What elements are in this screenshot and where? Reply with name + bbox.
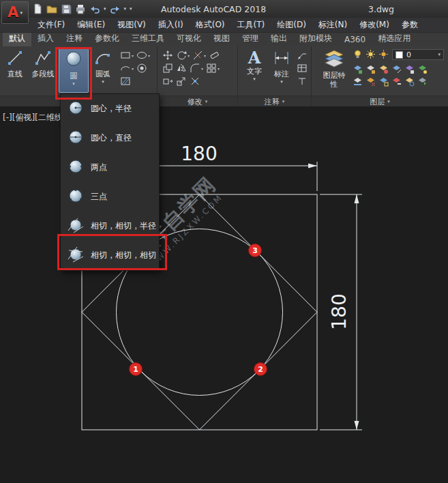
tab-a360[interactable]: A360 bbox=[338, 33, 372, 46]
menu-item-center-radius[interactable]: 圆心，半径 bbox=[61, 94, 159, 123]
annotate-panel-footer[interactable]: 注释 ▾ bbox=[238, 96, 311, 107]
chevron-down-icon[interactable]: ▾ bbox=[253, 77, 256, 82]
trim-tool-icon[interactable]: ▾ bbox=[192, 50, 206, 61]
layer-tool-icon[interactable] bbox=[378, 76, 389, 87]
table-tool-icon[interactable] bbox=[297, 63, 308, 74]
menu-item-two-point[interactable]: 两点 bbox=[61, 153, 159, 182]
stretch-tool-icon[interactable] bbox=[162, 76, 173, 87]
elliptical-arc-tool-icon[interactable]: ▾ bbox=[120, 63, 134, 74]
layer-tool-icon[interactable] bbox=[378, 64, 389, 74]
new-file-icon[interactable] bbox=[31, 3, 44, 15]
mtext-tool-icon[interactable] bbox=[297, 76, 308, 87]
tab-annotate[interactable]: 注释 bbox=[60, 33, 89, 46]
tab-default[interactable]: 默认 bbox=[3, 33, 31, 46]
layer-select-combo[interactable]: 0 ▾ bbox=[392, 49, 444, 60]
layer-tool-icon[interactable] bbox=[365, 64, 376, 74]
arc-tool-button[interactable]: 圆弧 ▾ bbox=[91, 48, 115, 86]
menu-item-tools[interactable]: 工具(T) bbox=[231, 18, 271, 32]
layers-panel-footer[interactable]: 图层 ▾ bbox=[312, 96, 448, 107]
badge-2: 2 bbox=[258, 365, 263, 374]
menu-item-file[interactable]: 文件(F) bbox=[31, 18, 71, 32]
erase-tool-icon[interactable] bbox=[209, 50, 220, 61]
layer-tool-icon[interactable] bbox=[417, 64, 428, 74]
dimension-tool-button[interactable]: 标注 ▾ bbox=[269, 48, 294, 86]
tab-featured-apps[interactable]: 精选应用 bbox=[372, 33, 417, 46]
menu-item-center-diameter[interactable]: 圆心，直径 bbox=[61, 123, 159, 153]
polyline-tool-icon bbox=[34, 49, 52, 70]
menu-item-tan-tan-radius[interactable]: 相切，相切，半径 bbox=[61, 211, 159, 241]
circle-tool-icon bbox=[64, 50, 83, 72]
quick-access-toolbar: ▾ ▾ ▾ bbox=[31, 3, 133, 15]
save-icon[interactable] bbox=[60, 3, 72, 15]
undo-icon[interactable] bbox=[89, 3, 101, 15]
mirror-tool-icon[interactable] bbox=[176, 63, 187, 74]
rectangle-tool-icon[interactable]: ▾ bbox=[120, 50, 134, 61]
layer-tool-icon[interactable] bbox=[404, 64, 415, 74]
circle-tool-button[interactable]: 圆 ▾ bbox=[59, 48, 89, 93]
circle-center-radius-icon bbox=[68, 100, 84, 119]
tab-view[interactable]: 视图 bbox=[207, 33, 236, 46]
modify-panel-footer[interactable]: 修改 ▾ bbox=[158, 96, 237, 107]
badge-3: 3 bbox=[252, 246, 258, 255]
text-tool-button[interactable]: A 文字 ▾ bbox=[242, 48, 267, 83]
dim-arrowhead bbox=[308, 164, 317, 169]
array-tool-icon[interactable]: ▾ bbox=[206, 63, 220, 74]
chevron-down-icon[interactable]: ▾ bbox=[72, 82, 75, 87]
fillet-tool-icon[interactable]: ▾ bbox=[190, 63, 203, 74]
draw-extra-tools: ▾ ▾ ▾ bbox=[120, 50, 150, 87]
tab-parametric[interactable]: 参数化 bbox=[89, 33, 125, 46]
tab-manage[interactable]: 管理 bbox=[236, 33, 265, 46]
chevron-down-icon: ▾ bbox=[387, 99, 390, 104]
menu-item-edit[interactable]: 编辑(E) bbox=[71, 18, 111, 32]
undo-dropdown-icon[interactable]: ▾ bbox=[104, 6, 106, 12]
layer-tool-icon[interactable] bbox=[353, 64, 363, 74]
menu-item-modify[interactable]: 修改(M) bbox=[353, 18, 395, 32]
menu-item-insert[interactable]: 插入(I) bbox=[152, 18, 190, 32]
menu-item-parametric[interactable]: 参数 bbox=[395, 18, 424, 32]
modify-panel: ▾ ▾ bbox=[158, 46, 238, 106]
leader-tool-icon[interactable] bbox=[297, 50, 308, 61]
layer-off-bulb-icon[interactable] bbox=[353, 49, 363, 59]
donut-tool-icon[interactable] bbox=[136, 63, 147, 74]
menu-item-dimension[interactable]: 标注(N) bbox=[312, 18, 353, 32]
layer-tool-icon[interactable] bbox=[353, 76, 363, 87]
layer-isolate-sun-icon[interactable] bbox=[365, 49, 376, 59]
application-menu-button[interactable]: A ▾ bbox=[1, 1, 29, 24]
badge-1: 1 bbox=[133, 365, 138, 374]
ellipse-tool-icon[interactable]: ▾ bbox=[136, 50, 150, 61]
tab-visualize[interactable]: 可视化 bbox=[170, 33, 207, 46]
qat-customize-icon[interactable]: ▾ bbox=[130, 6, 132, 12]
chevron-down-icon[interactable]: ▾ bbox=[102, 80, 104, 85]
line-tool-button[interactable]: 直线 bbox=[3, 48, 27, 80]
polyline-tool-button[interactable]: 多段线 bbox=[29, 48, 57, 80]
open-file-icon[interactable] bbox=[46, 3, 58, 15]
tab-insert[interactable]: 插入 bbox=[31, 33, 60, 46]
hatch-tool-icon[interactable] bbox=[120, 76, 131, 87]
layer-tool-icon[interactable] bbox=[404, 76, 415, 87]
explode-tool-icon[interactable] bbox=[190, 76, 200, 87]
tab-addins[interactable]: 附加模块 bbox=[293, 33, 338, 46]
right-dimension-text: 180 bbox=[328, 293, 350, 330]
menu-item-format[interactable]: 格式(O) bbox=[190, 18, 231, 32]
move-tool-icon[interactable] bbox=[162, 50, 173, 61]
tab-3d-tools[interactable]: 三维工具 bbox=[125, 33, 170, 46]
layer-tool-icon[interactable] bbox=[365, 76, 376, 87]
rotate-tool-icon[interactable]: ▾ bbox=[176, 50, 190, 61]
layer-tool-icon[interactable] bbox=[417, 76, 428, 87]
redo-dropdown-icon[interactable]: ▾ bbox=[124, 6, 127, 12]
layer-properties-button[interactable]: 图层特性 bbox=[320, 48, 348, 90]
layer-tool-icon[interactable] bbox=[391, 64, 402, 74]
layer-tool-icon[interactable] bbox=[391, 76, 402, 87]
line-tool-icon bbox=[6, 49, 24, 70]
redo-icon[interactable] bbox=[109, 3, 121, 15]
menu-item-draw[interactable]: 绘图(D) bbox=[271, 18, 312, 32]
menu-item-three-point[interactable]: 三点 bbox=[61, 182, 159, 211]
tab-output[interactable]: 输出 bbox=[265, 33, 293, 46]
menu-item-tan-tan-tan[interactable]: 相切，相切，相切 bbox=[61, 241, 159, 270]
copy-tool-icon[interactable] bbox=[162, 63, 173, 74]
plot-icon[interactable] bbox=[74, 3, 87, 15]
menu-item-view[interactable]: 视图(V) bbox=[111, 18, 152, 32]
layer-freeze-sun-icon[interactable] bbox=[378, 49, 389, 59]
scale-tool-icon[interactable] bbox=[176, 76, 187, 87]
chevron-down-icon[interactable]: ▾ bbox=[280, 80, 283, 85]
